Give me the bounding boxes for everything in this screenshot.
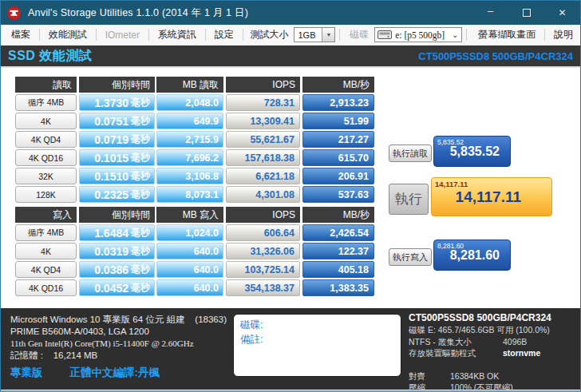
menu-help[interactable]: 說明 <box>547 25 580 45</box>
mb-per-sec-cell: 206.91 <box>302 168 374 184</box>
response-time-cell: 0.0319毫秒 <box>79 243 155 259</box>
maximize-icon <box>523 9 531 17</box>
mb-cell: 8,073.1 <box>156 186 223 203</box>
table-row: 4K QD160.1015毫秒7,696.2157,618.38615.70 <box>15 149 374 166</box>
disk-select[interactable]: e: [p5 500gb] ⌄ <box>374 27 462 42</box>
row-size-button[interactable]: 4K <box>15 113 77 129</box>
menu-system-info[interactable]: 系統資訊 <box>151 25 204 45</box>
close-button[interactable]: ✕ <box>544 1 580 25</box>
response-time-cell: 0.1510毫秒 <box>79 168 155 184</box>
main-content: 讀取個別時間MB 讀取IOPSMB/秒循序 4MB1.3730毫秒2,048.0… <box>1 69 580 308</box>
column-header: MB/秒 <box>302 207 374 223</box>
menu-screenshot[interactable]: 螢幕擷取畫面 <box>471 25 543 45</box>
run-button[interactable]: 執行 <box>389 184 429 215</box>
table-row: 4K QD40.0719毫秒2,715.955,621.67217.27 <box>15 131 374 148</box>
row-size-button[interactable]: 4K QD4 <box>15 131 77 148</box>
total-score-value: 14,117.11 <box>432 188 551 206</box>
menu-separator <box>544 29 545 41</box>
align-label: 對齊 <box>409 370 450 382</box>
mb-cell: 2,048.0 <box>156 94 223 111</box>
mb-per-sec-cell: 405.18 <box>302 261 374 278</box>
mb-per-sec-cell: 2,426.54 <box>302 224 374 241</box>
drive-model: CT500P5SSD8 500GB/P4CR324 <box>409 312 551 324</box>
table-row: 4K QD160.0452毫秒640.0354,138.371,383.35 <box>15 279 374 296</box>
maximize-button[interactable] <box>508 1 544 25</box>
cluster-size: 4096B <box>503 336 527 348</box>
response-time-cell: 0.0751毫秒 <box>79 113 155 129</box>
column-header: 個別時間 <box>79 77 155 93</box>
notes-box[interactable]: 磁碟: 備註: <box>233 314 401 377</box>
menu-separator <box>148 29 149 41</box>
column-header: 讀取 <box>15 77 77 93</box>
menu-separator <box>339 29 340 41</box>
menu-file[interactable]: 檔案 <box>4 25 38 45</box>
table-row: 4K QD40.0386毫秒640.0103,725.14405.18 <box>15 261 374 278</box>
iops-cell: 6,621.18 <box>226 168 300 184</box>
row-size-button[interactable]: 4K QD16 <box>15 149 77 166</box>
device-name: CT500P5SSD8 500GB/P4CR324 <box>418 50 573 62</box>
mb-per-sec-cell: 615.70 <box>302 149 374 166</box>
window-title: Anvil's Storage Utilities 1.1.0 (2014 年 … <box>28 6 472 20</box>
align-value: 16384KB OK <box>450 370 499 382</box>
response-time-cell: 1.3730毫秒 <box>79 94 155 111</box>
mb-cell: 7,696.2 <box>156 149 223 166</box>
app-window: Anvil's Storage Utilities 1.1.0 (2014 年 … <box>0 0 581 392</box>
mb-cell: 640.0 <box>156 261 223 278</box>
mb-cell: 649.9 <box>156 113 223 129</box>
minimize-button[interactable]: – <box>472 1 508 25</box>
chevron-down-icon[interactable]: ⌄ <box>449 30 461 39</box>
menu-settings[interactable]: 設定 <box>208 25 241 45</box>
row-size-button[interactable]: 4K <box>15 243 77 259</box>
row-size-button[interactable]: 128K <box>15 186 77 203</box>
mb-per-sec-cell: 1,383.35 <box>302 279 374 296</box>
row-size-button[interactable]: 4K QD4 <box>15 261 77 278</box>
iops-cell: 31,326.06 <box>226 243 300 259</box>
column-header: 寫入 <box>15 207 77 223</box>
row-size-button[interactable]: 4K QD16 <box>15 279 77 296</box>
read-score-box: 5,835.52 5,835.52 <box>433 136 511 167</box>
total-score-box: 14,117.11 14,117.11 <box>431 177 552 216</box>
disk-value: e: [p5 500gb] <box>395 30 449 40</box>
disk-label: 磁碟 <box>344 25 374 45</box>
menu-separator <box>205 29 206 41</box>
iops-cell: 354,138.37 <box>226 279 300 296</box>
drive-capacity: 磁碟 E: 465.7/465.6GB 可用 (100.0%) <box>409 324 550 336</box>
translation-credit: 正體中文編譯:丹楓 <box>70 366 160 378</box>
driver-name: stornvme <box>503 347 540 359</box>
response-time-cell: 1.6484毫秒 <box>79 224 155 241</box>
response-time-cell: 0.0452毫秒 <box>79 279 155 296</box>
row-size-button[interactable]: 32K <box>15 168 77 184</box>
menu-separator <box>39 29 40 41</box>
compress-label: 壓縮 <box>409 382 450 392</box>
table-row: 循序 4MB1.3730毫秒2,048.0728.312,913.23 <box>15 94 374 111</box>
test-size-label: 測試大小 <box>244 25 294 45</box>
response-time-cell: 0.1015毫秒 <box>79 149 155 166</box>
mb-cell: 2,715.9 <box>156 131 223 148</box>
run-read-button[interactable]: 執行讀取 <box>389 145 432 162</box>
table-row: 4K0.0319毫秒640.031,326.06122.37 <box>15 243 374 259</box>
notes-disk-label: 磁碟: <box>240 318 394 332</box>
iops-cell: 55,621.67 <box>226 131 300 148</box>
menu-separator <box>466 29 467 41</box>
test-size-select[interactable]: 1GB ▼ <box>294 27 335 42</box>
iops-cell: 103,725.14 <box>226 261 300 278</box>
menu-iometer: IOmeter <box>98 26 147 44</box>
app-logo-anvil-icon <box>7 6 21 20</box>
menubar: 檔案 效能測試 IOmeter 系統資訊 設定 測試大小 1GB ▼ 磁碟 e:… <box>1 25 580 46</box>
cpu-model: 11th Gen Intel(R) Core(TM) i5-11400F @ 2… <box>10 338 227 350</box>
run-write-button[interactable]: 執行寫入 <box>389 248 432 266</box>
titlebar: Anvil's Storage Utilities 1.1.0 (2014 年 … <box>1 1 580 25</box>
row-size-button[interactable]: 循序 4MB <box>15 224 77 241</box>
table-row: 循序 4MB1.6484毫秒1,024.0606.642,426.54 <box>15 224 374 241</box>
table-row: 32K0.1510毫秒3,106.86,621.18206.91 <box>15 168 374 184</box>
row-size-button[interactable]: 循序 4MB <box>15 94 77 111</box>
column-header: MB/秒 <box>302 77 374 93</box>
column-header: IOPS <box>226 207 300 223</box>
mb-per-sec-cell: 51.99 <box>302 113 374 129</box>
iops-cell: 606.64 <box>226 224 300 241</box>
menu-benchmark[interactable]: 效能測試 <box>42 25 94 45</box>
column-header: IOPS <box>226 77 300 93</box>
dropdown-arrow-icon[interactable]: ▼ <box>322 28 334 42</box>
system-info: Microsoft Windows 10 專業版 64 位元 組建 (18363… <box>10 314 227 380</box>
iops-cell: 157,618.38 <box>226 149 300 166</box>
